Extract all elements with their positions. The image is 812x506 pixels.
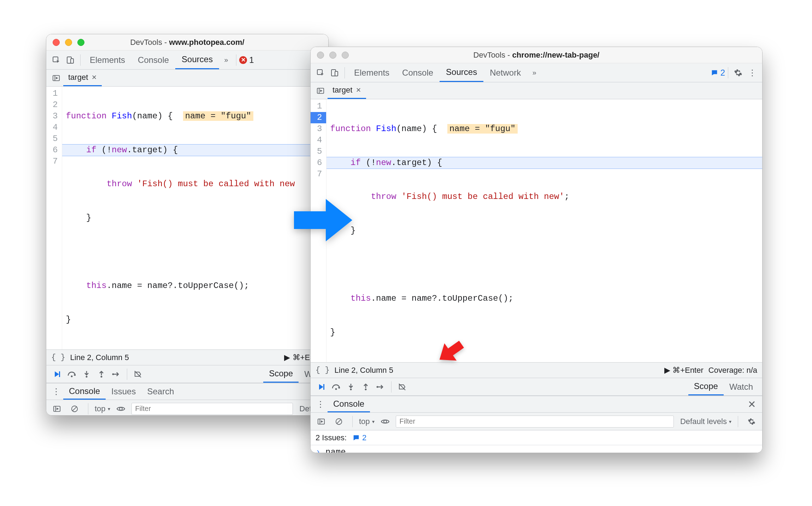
minimize-window-button[interactable] [65,39,72,46]
step-out-icon[interactable] [359,380,373,394]
inspect-icon[interactable] [49,53,63,67]
resume-icon[interactable] [50,367,64,381]
navigator-toggle-icon[interactable] [49,71,63,85]
minimize-window-button[interactable] [329,52,336,59]
watch-tab[interactable]: Watch [724,378,759,395]
inspect-icon[interactable] [313,66,328,80]
svg-rect-2 [71,59,73,63]
gear-icon[interactable] [745,414,759,429]
file-tab-target[interactable]: target ✕ [63,70,102,86]
svg-point-7 [101,376,102,377]
svg-point-19 [365,388,367,390]
editor-status-bar: { } Line 2, Column 5 ▶ ⌘+Enter Coverage:… [311,363,762,378]
kebab-menu-icon[interactable]: ⋮ [745,66,759,80]
error-count-badge[interactable]: ✕1 [239,55,254,65]
live-expression-icon[interactable] [114,402,128,416]
pretty-print-icon[interactable]: { } [316,366,330,375]
step-out-icon[interactable] [94,367,108,381]
step-icon[interactable] [109,367,123,381]
drawer-menu-icon[interactable]: ⋮ [313,397,328,411]
code-body[interactable]: function Fish(name) { name = "fugu" if (… [326,99,762,362]
drawer-tab-issues[interactable]: Issues [106,383,141,400]
annotation-arrow-icon [433,334,468,370]
code-body[interactable]: function Fish(name) { name = "fugu" if (… [62,87,328,349]
zoom-window-button[interactable] [77,39,84,46]
cursor-position: Line 2, Column 5 [335,366,393,375]
file-tab-bar: target ✕ [46,70,328,87]
console-filter-input[interactable] [396,416,674,428]
step-over-icon[interactable] [329,380,343,394]
device-icon[interactable] [328,66,342,80]
step-icon[interactable] [373,380,388,394]
drawer-tab-console[interactable]: Console [328,396,370,412]
console-sidebar-icon[interactable] [50,402,64,416]
more-tabs-icon[interactable]: » [219,53,233,67]
console-sidebar-icon[interactable] [314,414,328,429]
drawer-tab-search[interactable]: Search [141,383,180,400]
svg-point-6 [86,376,88,377]
main-toolbar: Elements Console Sources » ✕1 [46,51,328,70]
clear-console-icon[interactable] [67,402,82,416]
navigator-toggle-icon[interactable] [313,84,328,98]
svg-rect-4 [59,371,60,377]
debugger-toolbar: Scope Watch [311,378,762,396]
cursor-position: Line 2, Column 5 [70,353,129,362]
more-tabs-icon[interactable]: » [527,66,541,80]
tab-elements[interactable]: Elements [348,63,396,82]
resume-icon[interactable] [314,380,328,394]
svg-point-5 [71,375,73,377]
step-over-icon[interactable] [65,367,79,381]
inline-value-hint: name = "fugu" [447,124,518,134]
live-expression-icon[interactable] [378,414,392,429]
drawer-menu-icon[interactable]: ⋮ [49,384,63,399]
svg-rect-16 [323,384,324,390]
tab-sources[interactable]: Sources [175,51,219,69]
deactivate-breakpoints-icon[interactable] [131,367,145,381]
transition-arrow-icon [294,197,354,243]
svg-point-8 [112,373,114,375]
window-title: DevTools - chrome://new-tab-page/ [311,51,762,60]
device-icon[interactable] [63,53,77,67]
scope-tab[interactable]: Scope [688,378,724,395]
step-into-icon[interactable] [344,380,358,394]
clear-console-icon[interactable] [332,414,346,429]
svg-point-17 [335,388,337,390]
code-editor[interactable]: 1 2 3 4 5 6 7 function Fish(name) { name… [311,99,762,363]
close-drawer-icon[interactable]: ✕ [744,399,759,410]
traffic-lights [53,39,84,46]
pretty-print-icon[interactable]: { } [51,353,65,362]
gear-icon[interactable] [731,66,745,80]
deactivate-breakpoints-icon[interactable] [395,380,409,394]
tab-console[interactable]: Console [396,63,440,82]
file-tab-target[interactable]: target ✕ [328,82,366,99]
close-icon[interactable]: ✕ [356,86,361,94]
tab-console[interactable]: Console [131,51,175,69]
drawer-tab-console[interactable]: Console [63,383,106,400]
tab-elements[interactable]: Elements [83,51,131,69]
console-filter-input[interactable] [131,403,293,415]
svg-rect-14 [335,71,338,76]
close-window-button[interactable] [53,39,60,46]
tab-network[interactable]: Network [483,63,527,82]
scope-tab[interactable]: Scope [263,365,299,383]
log-levels-selector[interactable]: Default levels [680,417,731,426]
context-selector[interactable]: top [359,417,375,426]
issues-summary-bar[interactable]: 2 Issues: 2 [311,430,762,445]
traffic-lights [317,52,349,59]
step-into-icon[interactable] [80,367,94,381]
context-selector[interactable]: top [95,404,110,413]
debugger-toolbar: Scope Wat [46,365,328,383]
tab-sources[interactable]: Sources [440,63,483,82]
close-icon[interactable]: ✕ [92,73,97,81]
zoom-window-button[interactable] [342,52,349,59]
close-window-button[interactable] [317,52,324,59]
run-snippet-button[interactable]: ▶ ⌘+Enter [664,366,704,375]
drawer-header: ⋮ Console ✕ [311,396,762,413]
message-count-badge[interactable]: 2 [711,68,725,78]
console-log[interactable]: ›name ‹'fugu' ›new.target ‹ ƒ Fish(name)… [311,445,762,453]
execution-line-marker: 2 [311,112,326,123]
coverage-label: Coverage: n/a [708,366,757,375]
svg-point-20 [377,386,378,388]
code-editor[interactable]: 1 2 3 4 5 6 7 function Fish(name) { name… [46,87,328,350]
titlebar: DevTools - www.photopea.com/ [46,34,328,51]
